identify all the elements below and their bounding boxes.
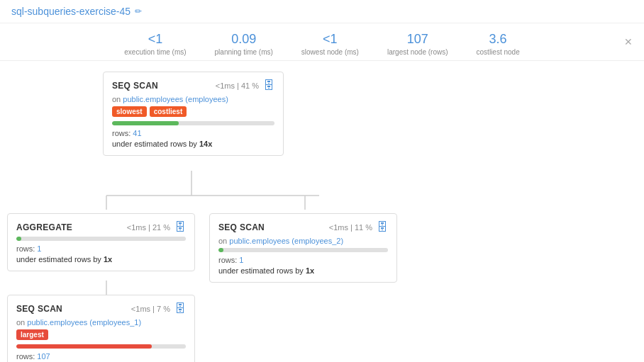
seq-scan-bot-progress-wrap (16, 344, 186, 349)
badge-largest: largest (16, 329, 48, 340)
seq-scan-top-progress-fill (112, 121, 179, 125)
seq-scan-bot-on: on public.employees (employees_1) (16, 318, 186, 327)
metric-slowest-node: <1 slowest node (ms) (301, 32, 359, 56)
metric-costliest-node: 3.6 costliest node (477, 32, 520, 56)
costliest-node-label: costliest node (477, 48, 520, 56)
planning-time-value: 0.09 (215, 32, 273, 47)
aggregate-title: AGGREGATE (16, 222, 72, 232)
node-seq-scan-top[interactable]: SEQ SCAN <1ms | 41 % 🗄 on public.employe… (103, 72, 284, 156)
seq-scan-bot-rows: rows: 107 (16, 352, 186, 361)
node-aggregate[interactable]: AGGREGATE <1ms | 21 % 🗄 rows: 1 under es… (7, 213, 195, 271)
db-icon-agg: 🗄 (174, 221, 186, 234)
aggregate-under: under estimated rows by 1x (16, 255, 186, 264)
db-icon-mid: 🗄 (377, 221, 388, 234)
seq-scan-bot-progress-fill (16, 344, 152, 349)
plan-area: SEQ SCAN <1ms | 41 % 🗄 on public.employe… (0, 61, 644, 358)
node-seq-scan-bot[interactable]: SEQ SCAN <1ms | 7 % 🗄 on public.employee… (7, 295, 195, 362)
page-title: sql-subqueries-exercise-45 (11, 6, 131, 17)
metric-execution-time: <1 execution time (ms) (124, 32, 186, 56)
aggregate-progress-wrap (16, 237, 186, 241)
edit-icon[interactable]: ✏ (135, 6, 142, 16)
node-seq-scan-mid[interactable]: SEQ SCAN <1ms | 11 % 🗄 on public.employe… (209, 213, 397, 283)
execution-time-value: <1 (124, 32, 186, 47)
metric-largest-node: 107 largest node (rows) (387, 32, 448, 56)
costliest-node-value: 3.6 (477, 32, 520, 47)
planning-time-label: planning time (ms) (215, 48, 273, 56)
seq-scan-top-title: SEQ SCAN (112, 81, 158, 91)
seq-scan-top-on: on public.employees (employees) (112, 95, 274, 103)
seq-scan-top-rows: rows: 41 (112, 129, 274, 137)
seq-scan-top-badges: slowest costliest (112, 106, 274, 117)
execution-time-label: execution time (ms) (124, 48, 186, 56)
seq-scan-top-meta: <1ms | 41 % (216, 81, 259, 90)
seq-scan-top-progress-wrap (112, 121, 274, 125)
header-bar: sql-subqueries-exercise-45 ✏ (0, 0, 644, 23)
seq-scan-mid-title: SEQ SCAN (218, 222, 265, 232)
seq-scan-mid-rows: rows: 1 (218, 256, 388, 264)
seq-scan-mid-progress-wrap (218, 248, 388, 252)
badge-costliest: costliest (150, 106, 187, 117)
seq-scan-mid-progress-fill (218, 248, 223, 252)
aggregate-progress-fill (16, 237, 21, 241)
aggregate-rows: rows: 1 (16, 244, 186, 253)
seq-scan-bot-badges: largest (16, 329, 186, 340)
db-icon-top: 🗄 (263, 79, 274, 92)
badge-slowest: slowest (112, 106, 147, 117)
seq-scan-bot-meta: <1ms | 7 % (131, 305, 170, 313)
seq-scan-mid-meta: <1ms | 11 % (329, 223, 372, 232)
seq-scan-mid-under: under estimated rows by 1x (218, 266, 388, 275)
close-button[interactable]: ✕ (624, 36, 633, 47)
seq-scan-mid-on: on public.employees (employees_2) (218, 237, 388, 245)
slowest-node-label: slowest node (ms) (301, 48, 359, 56)
aggregate-meta: <1ms | 21 % (127, 223, 170, 232)
metric-planning-time: 0.09 planning time (ms) (215, 32, 273, 56)
largest-node-label: largest node (rows) (387, 48, 448, 56)
seq-scan-top-under: under estimated rows by 14x (112, 140, 274, 148)
metrics-bar: <1 execution time (ms) 0.09 planning tim… (0, 23, 644, 61)
slowest-node-value: <1 (301, 32, 359, 47)
db-icon-bot: 🗄 (174, 302, 186, 315)
seq-scan-bot-title: SEQ SCAN (16, 304, 62, 314)
largest-node-value: 107 (387, 32, 448, 47)
